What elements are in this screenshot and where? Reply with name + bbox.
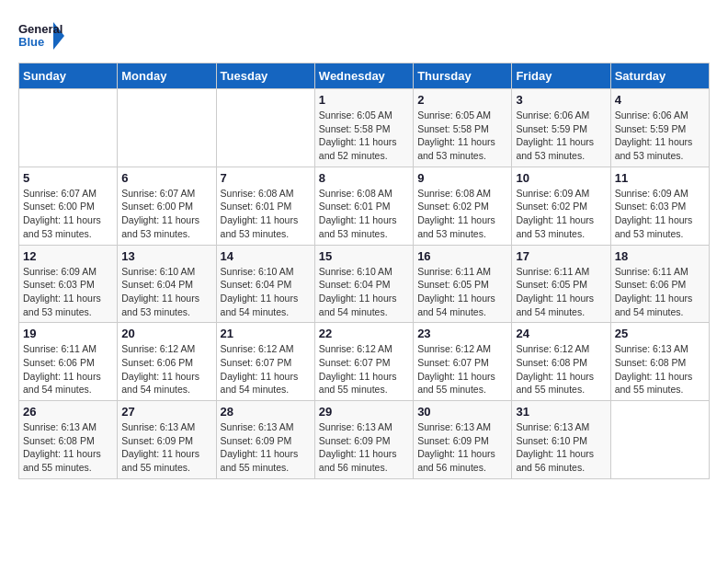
day-info: Sunrise: 6:05 AM Sunset: 5:58 PM Dayligh… (319, 109, 409, 163)
calendar-cell: 9Sunrise: 6:08 AM Sunset: 6:02 PM Daylig… (414, 167, 512, 245)
weekday-header-tuesday: Tuesday (216, 63, 314, 89)
weekday-header-row: SundayMondayTuesdayWednesdayThursdayFrid… (19, 63, 710, 89)
day-info: Sunrise: 6:12 AM Sunset: 6:08 PM Dayligh… (516, 342, 606, 396)
day-number: 17 (516, 249, 606, 263)
day-number: 5 (23, 171, 113, 185)
day-info: Sunrise: 6:10 AM Sunset: 6:04 PM Dayligh… (221, 265, 311, 319)
day-number: 6 (121, 171, 211, 185)
calendar-cell: 11Sunrise: 6:09 AM Sunset: 6:03 PM Dayli… (610, 167, 709, 245)
day-info: Sunrise: 6:10 AM Sunset: 6:04 PM Dayligh… (121, 265, 211, 319)
calendar-cell: 2Sunrise: 6:05 AM Sunset: 5:58 PM Daylig… (414, 89, 512, 167)
calendar-week-row: 26Sunrise: 6:13 AM Sunset: 6:08 PM Dayli… (19, 401, 710, 479)
calendar-cell (610, 401, 709, 479)
day-info: Sunrise: 6:06 AM Sunset: 5:59 PM Dayligh… (516, 109, 606, 163)
weekday-header-wednesday: Wednesday (314, 63, 413, 89)
day-info: Sunrise: 6:13 AM Sunset: 6:09 PM Dayligh… (221, 420, 311, 475)
day-info: Sunrise: 6:13 AM Sunset: 6:09 PM Dayligh… (319, 420, 409, 475)
calendar-cell: 12Sunrise: 6:09 AM Sunset: 6:03 PM Dayli… (19, 245, 118, 323)
day-info: Sunrise: 6:11 AM Sunset: 6:05 PM Dayligh… (417, 265, 507, 319)
calendar-cell: 5Sunrise: 6:07 AM Sunset: 6:00 PM Daylig… (19, 167, 118, 245)
day-number: 2 (417, 93, 507, 107)
day-info: Sunrise: 6:13 AM Sunset: 6:09 PM Dayligh… (121, 420, 211, 475)
calendar-cell: 18Sunrise: 6:11 AM Sunset: 6:06 PM Dayli… (610, 245, 709, 323)
day-number: 12 (23, 249, 113, 263)
calendar-cell: 6Sunrise: 6:07 AM Sunset: 6:00 PM Daylig… (118, 167, 216, 245)
day-info: Sunrise: 6:11 AM Sunset: 6:05 PM Dayligh… (516, 265, 606, 319)
logo-svg: GeneralBlue (18, 18, 64, 53)
calendar-cell: 30Sunrise: 6:13 AM Sunset: 6:09 PM Dayli… (414, 401, 512, 479)
day-info: Sunrise: 6:13 AM Sunset: 6:08 PM Dayligh… (23, 420, 113, 475)
day-info: Sunrise: 6:08 AM Sunset: 6:01 PM Dayligh… (319, 187, 409, 241)
day-number: 21 (221, 327, 311, 340)
day-info: Sunrise: 6:11 AM Sunset: 6:06 PM Dayligh… (615, 265, 705, 319)
day-number: 22 (319, 327, 409, 340)
day-info: Sunrise: 6:12 AM Sunset: 6:07 PM Dayligh… (221, 342, 311, 396)
day-info: Sunrise: 6:10 AM Sunset: 6:04 PM Dayligh… (319, 265, 409, 319)
calendar-body: 1Sunrise: 6:05 AM Sunset: 5:58 PM Daylig… (19, 89, 710, 479)
day-info: Sunrise: 6:09 AM Sunset: 6:03 PM Dayligh… (615, 187, 705, 241)
calendar-header: SundayMondayTuesdayWednesdayThursdayFrid… (19, 63, 710, 89)
day-number: 18 (615, 249, 705, 263)
weekday-header-friday: Friday (512, 63, 610, 89)
calendar-cell: 3Sunrise: 6:06 AM Sunset: 5:59 PM Daylig… (512, 89, 610, 167)
day-number: 30 (417, 405, 507, 419)
day-info: Sunrise: 6:05 AM Sunset: 5:58 PM Dayligh… (417, 109, 507, 163)
calendar-cell: 14Sunrise: 6:10 AM Sunset: 6:04 PM Dayli… (216, 245, 314, 323)
calendar-cell: 13Sunrise: 6:10 AM Sunset: 6:04 PM Dayli… (118, 245, 216, 323)
day-number: 23 (417, 327, 507, 340)
calendar-cell: 8Sunrise: 6:08 AM Sunset: 6:01 PM Daylig… (314, 167, 413, 245)
day-info: Sunrise: 6:11 AM Sunset: 6:06 PM Dayligh… (23, 342, 113, 396)
calendar-cell: 25Sunrise: 6:13 AM Sunset: 6:08 PM Dayli… (610, 323, 709, 401)
day-number: 28 (221, 405, 311, 419)
weekday-header-saturday: Saturday (610, 63, 709, 89)
day-info: Sunrise: 6:13 AM Sunset: 6:10 PM Dayligh… (516, 420, 606, 475)
day-info: Sunrise: 6:12 AM Sunset: 6:06 PM Dayligh… (121, 342, 211, 396)
day-info: Sunrise: 6:13 AM Sunset: 6:09 PM Dayligh… (417, 420, 507, 475)
calendar-cell: 24Sunrise: 6:12 AM Sunset: 6:08 PM Dayli… (512, 323, 610, 401)
day-info: Sunrise: 6:13 AM Sunset: 6:08 PM Dayligh… (615, 342, 705, 396)
calendar-cell: 19Sunrise: 6:11 AM Sunset: 6:06 PM Dayli… (19, 323, 118, 401)
weekday-header-sunday: Sunday (19, 63, 118, 89)
day-number: 24 (516, 327, 606, 340)
calendar-week-row: 19Sunrise: 6:11 AM Sunset: 6:06 PM Dayli… (19, 323, 710, 401)
calendar-cell: 7Sunrise: 6:08 AM Sunset: 6:01 PM Daylig… (216, 167, 314, 245)
calendar-cell: 26Sunrise: 6:13 AM Sunset: 6:08 PM Dayli… (19, 401, 118, 479)
calendar-table: SundayMondayTuesdayWednesdayThursdayFrid… (18, 63, 710, 479)
day-number: 13 (121, 249, 211, 263)
weekday-header-monday: Monday (118, 63, 216, 89)
calendar-week-row: 1Sunrise: 6:05 AM Sunset: 5:58 PM Daylig… (19, 89, 710, 167)
calendar-week-row: 12Sunrise: 6:09 AM Sunset: 6:03 PM Dayli… (19, 245, 710, 323)
day-number: 26 (23, 405, 113, 419)
calendar-cell: 17Sunrise: 6:11 AM Sunset: 6:05 PM Dayli… (512, 245, 610, 323)
day-number: 31 (516, 405, 606, 419)
day-info: Sunrise: 6:06 AM Sunset: 5:59 PM Dayligh… (615, 109, 705, 163)
day-number: 14 (221, 249, 311, 263)
day-info: Sunrise: 6:09 AM Sunset: 6:02 PM Dayligh… (516, 187, 606, 241)
calendar-cell: 31Sunrise: 6:13 AM Sunset: 6:10 PM Dayli… (512, 401, 610, 479)
day-info: Sunrise: 6:07 AM Sunset: 6:00 PM Dayligh… (23, 187, 113, 241)
calendar-cell (19, 89, 118, 167)
day-number: 29 (319, 405, 409, 419)
calendar-cell: 23Sunrise: 6:12 AM Sunset: 6:07 PM Dayli… (414, 323, 512, 401)
day-number: 9 (417, 171, 507, 185)
weekday-header-thursday: Thursday (414, 63, 512, 89)
day-number: 7 (221, 171, 311, 185)
calendar-cell: 21Sunrise: 6:12 AM Sunset: 6:07 PM Dayli… (216, 323, 314, 401)
calendar-cell: 1Sunrise: 6:05 AM Sunset: 5:58 PM Daylig… (314, 89, 413, 167)
day-number: 10 (516, 171, 606, 185)
day-number: 19 (23, 327, 113, 340)
day-number: 20 (121, 327, 211, 340)
day-info: Sunrise: 6:07 AM Sunset: 6:00 PM Dayligh… (121, 187, 211, 241)
calendar-cell: 16Sunrise: 6:11 AM Sunset: 6:05 PM Dayli… (414, 245, 512, 323)
calendar-cell: 4Sunrise: 6:06 AM Sunset: 5:59 PM Daylig… (610, 89, 709, 167)
page-header: GeneralBlue (18, 18, 710, 53)
calendar-cell: 28Sunrise: 6:13 AM Sunset: 6:09 PM Dayli… (216, 401, 314, 479)
day-info: Sunrise: 6:12 AM Sunset: 6:07 PM Dayligh… (319, 342, 409, 396)
day-number: 25 (615, 327, 705, 340)
day-info: Sunrise: 6:12 AM Sunset: 6:07 PM Dayligh… (417, 342, 507, 396)
day-info: Sunrise: 6:08 AM Sunset: 6:02 PM Dayligh… (417, 187, 507, 241)
calendar-week-row: 5Sunrise: 6:07 AM Sunset: 6:00 PM Daylig… (19, 167, 710, 245)
day-number: 8 (319, 171, 409, 185)
svg-text:Blue: Blue (18, 35, 44, 49)
calendar-cell: 22Sunrise: 6:12 AM Sunset: 6:07 PM Dayli… (314, 323, 413, 401)
